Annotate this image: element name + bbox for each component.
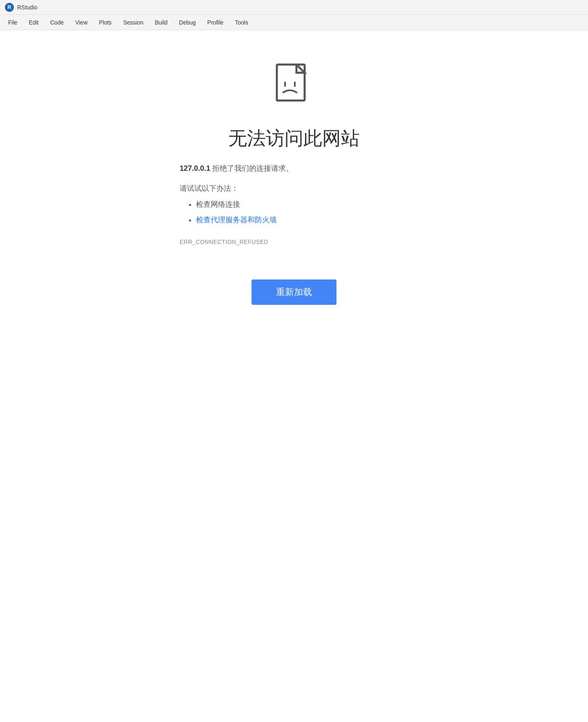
menu-item-code[interactable]: Code xyxy=(45,18,69,27)
rstudio-logo-icon: R xyxy=(5,3,14,12)
suggestion-check-proxy[interactable]: 检查代理服务器和防火墙 xyxy=(196,214,408,226)
menu-item-debug[interactable]: Debug xyxy=(174,18,200,27)
error-code: ERR_CONNECTION_REFUSED xyxy=(180,237,408,246)
try-heading: 请试试以下办法： xyxy=(180,183,408,194)
proxy-link[interactable]: 检查代理服务器和防火墙 xyxy=(196,216,277,224)
menu-item-file[interactable]: File xyxy=(3,18,22,27)
error-page-content: 无法访问此网站 127.0.0.1 拒绝了我们的连接请求。 请试试以下办法： 检… xyxy=(0,30,588,722)
menu-item-build[interactable]: Build xyxy=(150,18,172,27)
menu-item-plots[interactable]: Plots xyxy=(94,18,116,27)
menu-item-view[interactable]: View xyxy=(70,18,92,27)
title-bar: R RStudio xyxy=(0,0,588,15)
broken-file-icon xyxy=(274,63,314,108)
menu-item-session[interactable]: Session xyxy=(118,18,148,27)
menu-bar: File Edit Code View Plots Session Build … xyxy=(0,15,588,30)
app-title: RStudio xyxy=(17,4,38,11)
suggestions-list: 检查网络连接 检查代理服务器和防火墙 xyxy=(180,199,408,226)
error-details: 127.0.0.1 拒绝了我们的连接请求。 请试试以下办法： 检查网络连接 检查… xyxy=(180,163,408,271)
main-message: 127.0.0.1 拒绝了我们的连接请求。 xyxy=(180,163,408,174)
ip-address: 127.0.0.1 xyxy=(180,164,210,172)
reload-button[interactable]: 重新加载 xyxy=(252,279,336,305)
suggestion-check-network: 检查网络连接 xyxy=(196,199,408,210)
error-icon-wrapper xyxy=(274,63,314,110)
error-heading: 无法访问此网站 xyxy=(228,126,360,151)
menu-item-tools[interactable]: Tools xyxy=(230,18,253,27)
menu-item-edit[interactable]: Edit xyxy=(24,18,44,27)
menu-item-profile[interactable]: Profile xyxy=(203,18,229,27)
